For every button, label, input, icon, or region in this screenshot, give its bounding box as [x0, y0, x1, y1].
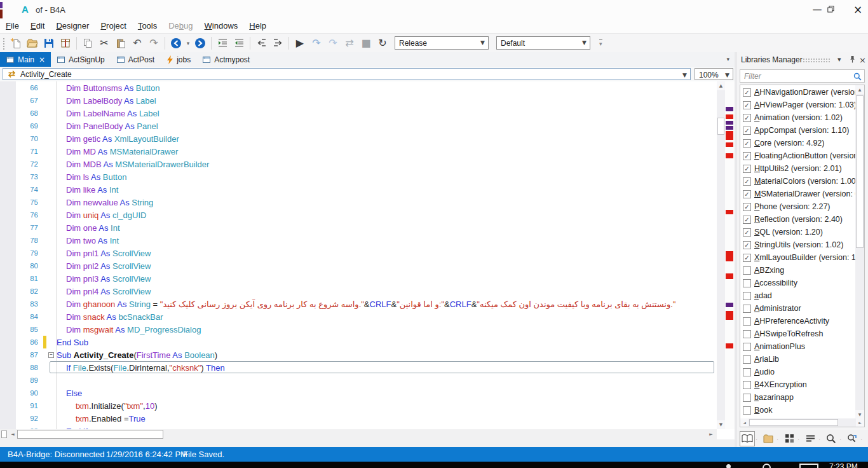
library-checkbox[interactable]: ✓ [743, 127, 751, 135]
error-mark[interactable] [726, 114, 733, 119]
code-line[interactable]: 74Dim like As Int [16, 183, 717, 196]
code-line[interactable]: 68Dim LabelName As Label [16, 107, 717, 120]
library-item[interactable]: ✓Animation (version: 1.02) [740, 111, 856, 124]
library-item[interactable]: ✓SQL (version: 1.20) [740, 226, 856, 238]
library-item[interactable]: adad [740, 289, 856, 302]
scroll-left-icon[interactable]: ◄ [8, 429, 17, 439]
code-line[interactable]: 66Dim Buttonsms As Button [16, 81, 717, 94]
code-line[interactable]: 77Dim one As Int [16, 221, 717, 234]
scroll-right-icon[interactable]: ► [856, 418, 864, 427]
code-line[interactable]: 82Dim pnl4 As ScrollView [16, 285, 717, 298]
library-checkbox[interactable]: ✓ [743, 203, 751, 211]
menu-project[interactable]: Project [95, 19, 132, 32]
code-line[interactable]: 70Dim getic As XmlLayoutBuilder [16, 132, 717, 145]
library-checkbox[interactable]: ✓ [743, 190, 751, 198]
menu-help[interactable]: Help [243, 19, 272, 32]
menu-designer[interactable]: Designer [50, 19, 95, 32]
tab-close-icon[interactable]: × [39, 55, 45, 64]
copy-icon[interactable] [79, 36, 96, 51]
menu-windows[interactable]: Windows [199, 19, 244, 32]
code-line[interactable]: 67Dim LabelBody As Label [16, 94, 717, 107]
code-line[interactable]: 89 [16, 374, 717, 387]
library-item[interactable]: Audio [740, 366, 856, 378]
scroll-down-icon[interactable]: ▼ [717, 420, 725, 429]
library-checkbox[interactable] [743, 330, 751, 338]
scrollbar-thumb[interactable] [17, 430, 163, 439]
library-item[interactable]: B4XEncryption [740, 378, 856, 391]
scroll-right-icon[interactable]: ► [707, 429, 715, 439]
error-mark[interactable] [726, 142, 733, 147]
outdent-icon[interactable] [231, 36, 247, 51]
library-checkbox[interactable] [743, 266, 751, 275]
taskbar-icon[interactable] [726, 464, 731, 468]
menu-file[interactable]: File [0, 19, 25, 32]
list-vertical-scrollbar[interactable]: ▲ ▼ [855, 85, 864, 419]
resume-icon[interactable]: ↷ [308, 36, 325, 51]
library-item[interactable]: ✓MaterialColors (version: 1.00) [740, 175, 856, 188]
export-zip-icon[interactable] [57, 36, 74, 51]
library-checkbox[interactable] [743, 343, 751, 351]
code-line[interactable]: 69Dim PanelBody As Panel [16, 120, 717, 132]
code-line[interactable]: 84Dim snack As bcSnackBar [16, 310, 717, 323]
library-item[interactable]: ✓StringUtils (version: 1.02) [740, 238, 856, 251]
library-item[interactable]: ✓HttpUtils2 (version: 2.01) [740, 162, 856, 175]
scroll-down-icon[interactable]: ▼ [855, 410, 864, 419]
error-mark[interactable] [726, 153, 733, 158]
indent-icon[interactable] [214, 36, 231, 51]
editor-horizontal-scrollbar[interactable]: ◄ ► [0, 429, 717, 439]
comment-icon[interactable] [253, 36, 269, 51]
rebuild-icon[interactable]: ↻ [374, 36, 391, 51]
find-tab[interactable] [824, 431, 839, 446]
step-over-icon[interactable]: ↷ [325, 36, 341, 51]
toolbar-overflow[interactable]: ▾ [599, 39, 602, 47]
library-filter-input[interactable]: Filter [740, 69, 865, 83]
tab-actmypost[interactable]: Actmypost [196, 52, 255, 67]
library-item[interactable]: ✓AHViewPager (version: 1.03) [740, 99, 856, 111]
library-item[interactable]: ✓Phone (version: 2.27) [740, 200, 856, 213]
code-line[interactable]: 75Dim newvalue As String [16, 196, 717, 209]
event-selector-dropdown[interactable]: Activity_Create ▼ [3, 68, 691, 80]
code-line[interactable]: 83Dim ghanoon As String = "واسه شروع به … [16, 298, 717, 310]
stop-icon[interactable]: ■ [358, 36, 374, 51]
scrollbar-thumb[interactable] [856, 95, 864, 248]
save-icon[interactable] [41, 36, 57, 51]
nav-back-icon[interactable] [168, 36, 184, 51]
code-line[interactable]: 90Else [16, 387, 717, 399]
library-checkbox[interactable]: ✓ [743, 241, 751, 249]
library-item[interactable]: Accessibility [740, 277, 856, 289]
step-into-icon[interactable]: ⇄ [341, 36, 358, 51]
new-file-icon[interactable] [8, 36, 24, 51]
libraries-manager-tab[interactable] [740, 431, 755, 446]
error-mark[interactable] [726, 210, 733, 214]
taskbar-icon[interactable] [799, 464, 818, 468]
library-item[interactable]: ✓FloatingActionButton (version [740, 149, 856, 162]
code-line[interactable]: 71Dim MD As MSMaterialDrawer [16, 145, 717, 158]
undo-icon[interactable]: ↶ [129, 36, 146, 51]
warning-mark[interactable] [726, 126, 733, 130]
pin-icon[interactable] [849, 55, 856, 63]
run-icon[interactable]: ▶ [292, 36, 308, 51]
library-checkbox[interactable]: ✓ [743, 101, 751, 109]
panel-close-icon[interactable]: × [859, 55, 866, 65]
library-item[interactable]: bazarinapp [740, 391, 856, 404]
library-checkbox[interactable] [743, 355, 751, 364]
editor-vertical-scrollbar[interactable]: ▲ ▼ [717, 81, 725, 429]
code-line[interactable]: 78Dim two As Int [16, 234, 717, 247]
minimize-button[interactable]: — [807, 0, 827, 19]
modules-tab[interactable] [782, 431, 797, 446]
build-configuration-dropdown[interactable]: Release▼ [395, 36, 489, 50]
error-mark[interactable] [726, 131, 733, 140]
scrollbar-thumb[interactable] [749, 419, 838, 426]
code-line[interactable]: 87−Sub Activity_Create(FirstTime As Bool… [16, 348, 717, 361]
error-mark[interactable] [726, 251, 733, 261]
error-mark[interactable] [726, 273, 733, 279]
library-item[interactable]: ✓MSMaterialDrawer (version: 0. [740, 188, 856, 200]
library-item[interactable]: ✓AHNavigationDrawer (version [740, 86, 856, 99]
library-item[interactable]: Book [740, 404, 856, 416]
code-line[interactable]: 86End Sub [16, 336, 717, 348]
code-line[interactable]: 79Dim pnl1 As ScrollView [16, 247, 717, 259]
redo-icon[interactable]: ↷ [146, 36, 162, 51]
collapse-icon[interactable]: − [48, 352, 54, 358]
library-checkbox[interactable] [743, 305, 751, 313]
library-checkbox[interactable] [743, 406, 751, 415]
